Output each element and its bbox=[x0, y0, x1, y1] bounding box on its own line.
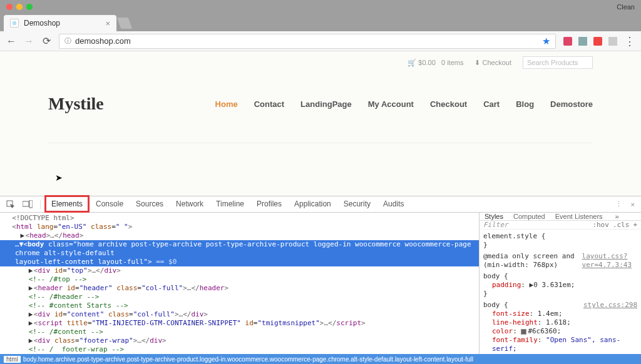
nav-item-home[interactable]: Home bbox=[215, 99, 238, 109]
device-toolbar-button[interactable] bbox=[23, 200, 33, 209]
devtools-panel: ElementsConsoleSourcesNetworkTimelinePro… bbox=[0, 196, 641, 364]
close-window-button[interactable] bbox=[6, 4, 13, 10]
dom-node[interactable]: ▶<div class="footer-wrap">…</div> bbox=[0, 336, 479, 345]
dom-node[interactable]: <!-- /#header --> bbox=[0, 293, 479, 301]
address-bar[interactable]: ⓘ demoshop.com ★ bbox=[59, 34, 556, 49]
dom-node[interactable]: ▶<div id="top">…</div> bbox=[0, 266, 479, 275]
svg-rect-2 bbox=[29, 200, 33, 208]
url-text: demoshop.com bbox=[75, 36, 131, 46]
devtools-tab-profiles[interactable]: Profiles bbox=[250, 196, 288, 212]
mouse-cursor-icon: ➤ bbox=[55, 173, 63, 183]
devtools-tab-console[interactable]: Console bbox=[90, 196, 130, 212]
checkout-link[interactable]: ⬇ Checkout bbox=[474, 59, 511, 67]
devtools-tab-elements[interactable]: Elements bbox=[44, 195, 90, 213]
extension-icon[interactable] bbox=[593, 37, 602, 46]
dom-node[interactable]: ▶<head>…</head> bbox=[0, 231, 479, 240]
breadcrumb-path[interactable]: body.home.archive.post-type-archive.post… bbox=[23, 356, 473, 363]
styles-filter-input[interactable]: Filter bbox=[483, 221, 508, 229]
window-profile-label: Clean bbox=[617, 3, 635, 11]
nav-item-demostore[interactable]: Demostore bbox=[550, 99, 593, 109]
css-rule-selector[interactable]: body {style.css:298 bbox=[483, 301, 637, 310]
forward-button[interactable]: → bbox=[24, 36, 34, 46]
nav-item-cart[interactable]: Cart bbox=[483, 99, 500, 109]
cart-summary[interactable]: 🛒 $0.00 0 items bbox=[408, 59, 463, 67]
page-viewport: 🛒 $0.00 0 items ⬇ Checkout Search Produc… bbox=[0, 51, 641, 196]
dom-node[interactable]: <!-- /#content --> bbox=[0, 328, 479, 336]
devtools-tab-timeline[interactable]: Timeline bbox=[210, 196, 250, 212]
back-button[interactable]: ← bbox=[6, 36, 16, 46]
dom-node[interactable]: <!-- / footer-wrap --> bbox=[0, 345, 479, 354]
nav-item-blog[interactable]: Blog bbox=[516, 99, 534, 109]
devtools-tabbar: ElementsConsoleSourcesNetworkTimelinePro… bbox=[0, 196, 641, 213]
new-tab-button[interactable] bbox=[117, 18, 133, 29]
header-divider bbox=[48, 143, 593, 143]
breadcrumb-root[interactable]: html bbox=[4, 356, 21, 363]
macos-titlebar: Clean bbox=[0, 0, 641, 14]
product-search-input[interactable]: Search Products bbox=[523, 56, 593, 69]
devtools-close-button[interactable]: × bbox=[631, 201, 635, 208]
styles-tab-styles[interactable]: Styles bbox=[479, 213, 508, 220]
cart-count: 0 items bbox=[441, 59, 463, 66]
dom-node[interactable]: …▼<body class="home archive post-type-ar… bbox=[0, 240, 479, 258]
dom-tree[interactable]: <!DOCTYPE html> <html lang="en-US" class… bbox=[0, 213, 479, 354]
svg-rect-1 bbox=[23, 201, 29, 206]
css-declaration[interactable]: font-size: 1.4em; bbox=[483, 310, 637, 318]
css-rule-selector[interactable]: element.style { bbox=[483, 232, 637, 241]
devtools-tab-security[interactable]: Security bbox=[337, 196, 377, 212]
devtools-tab-audits[interactable]: Audits bbox=[377, 196, 410, 212]
css-rule-selector[interactable]: body { bbox=[483, 272, 637, 281]
dom-node[interactable]: ▶<script title="TMI-INJECTED-GTM-CONTAIN… bbox=[0, 319, 479, 328]
extension-icon[interactable] bbox=[578, 37, 587, 46]
styles-tabs: StylesComputedEvent Listeners» bbox=[479, 213, 641, 221]
utility-bar: 🛒 $0.00 0 items ⬇ Checkout Search Produc… bbox=[48, 56, 593, 69]
tab-title: Demoshop bbox=[24, 19, 60, 28]
styles-filter-[interactable]: + bbox=[633, 221, 637, 229]
css-declaration[interactable]: padding: ▶0 3.631em; bbox=[483, 281, 637, 290]
styles-tabs-overflow[interactable]: » bbox=[610, 213, 624, 220]
site-logo[interactable]: Mystile bbox=[48, 94, 104, 114]
styles-filter-row: Filter :hov.cls+ bbox=[479, 221, 641, 230]
styles-pane: StylesComputedEvent Listeners» Filter :h… bbox=[479, 213, 641, 354]
dom-node[interactable]: <html lang="en-US" class=" "> bbox=[0, 223, 479, 231]
dom-node[interactable]: <!-- #content Starts --> bbox=[0, 301, 479, 310]
devtools-tab-application[interactable]: Application bbox=[288, 196, 337, 212]
cart-price: $0.00 bbox=[418, 59, 436, 66]
css-declaration[interactable]: color: #6c6360; bbox=[483, 327, 637, 336]
devtools-more-button[interactable]: ⋮ bbox=[615, 200, 622, 208]
dom-node[interactable]: ▶<div id="content" class="col-full">…</d… bbox=[0, 310, 479, 319]
reload-button[interactable]: ⟳ bbox=[41, 36, 51, 46]
styles-rules[interactable]: element.style {}@media only screen and (… bbox=[479, 230, 641, 354]
styles-tab-event-listeners[interactable]: Event Listeners bbox=[550, 213, 608, 220]
extension-icon[interactable] bbox=[608, 37, 617, 46]
browser-tab[interactable]: Demoshop × bbox=[4, 15, 116, 31]
nav-item-landingpage[interactable]: LandingPage bbox=[300, 99, 352, 109]
styles-filter-cls[interactable]: .cls bbox=[613, 221, 630, 229]
chrome-menu-button[interactable]: ⋮ bbox=[625, 36, 635, 46]
extension-icon[interactable] bbox=[563, 37, 572, 46]
browser-tabstrip: Demoshop × bbox=[0, 14, 641, 31]
devtools-tab-sources[interactable]: Sources bbox=[130, 196, 170, 212]
nav-item-my-account[interactable]: My Account bbox=[368, 99, 414, 109]
nav-item-checkout[interactable]: Checkout bbox=[430, 99, 467, 109]
maximize-window-button[interactable] bbox=[26, 4, 33, 10]
styles-filter-hov[interactable]: :hov bbox=[592, 221, 609, 229]
dom-breadcrumb[interactable]: html body.home.archive.post-type-archive… bbox=[0, 354, 641, 364]
window-controls bbox=[6, 4, 33, 10]
minimize-window-button[interactable] bbox=[16, 4, 23, 10]
tab-close-button[interactable]: × bbox=[105, 19, 110, 28]
inspect-element-button[interactable] bbox=[6, 200, 15, 209]
css-declaration[interactable]: line-height: 1.618; bbox=[483, 318, 637, 327]
css-rule-selector[interactable]: @media only screen and (min-width: 768px… bbox=[483, 252, 637, 270]
favicon-icon bbox=[10, 19, 19, 28]
dom-node[interactable]: <!DOCTYPE html> bbox=[0, 214, 479, 223]
styles-tab-computed[interactable]: Computed bbox=[508, 213, 550, 220]
bookmark-star-icon[interactable]: ★ bbox=[542, 36, 550, 47]
dom-node[interactable]: <!-- /#top --> bbox=[0, 275, 479, 284]
site-info-icon[interactable]: ⓘ bbox=[64, 36, 71, 46]
browser-toolbar: ← → ⟳ ⓘ demoshop.com ★ ⋮ bbox=[0, 31, 641, 51]
dom-node[interactable]: ▶<header id="header" class="col-full">…<… bbox=[0, 284, 479, 293]
css-declaration[interactable]: font-family: "Open Sans", sans-serif; bbox=[483, 336, 637, 353]
devtools-tab-network[interactable]: Network bbox=[170, 196, 210, 212]
nav-item-contact[interactable]: Contact bbox=[254, 99, 284, 109]
dom-node[interactable]: layout-left-content layout-full"> == $0 bbox=[0, 258, 479, 266]
